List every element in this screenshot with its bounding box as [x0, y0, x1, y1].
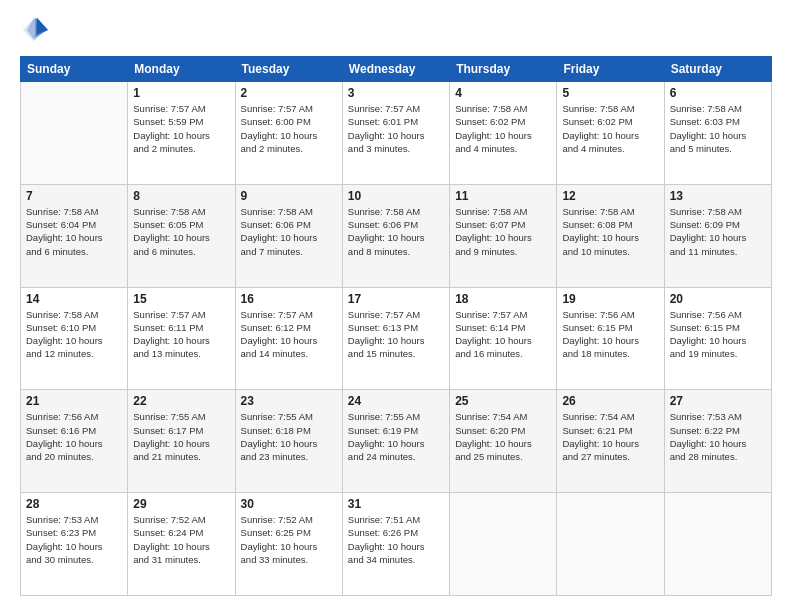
calendar-day-cell: 2Sunrise: 7:57 AMSunset: 6:00 PMDaylight… [235, 82, 342, 185]
header-tuesday: Tuesday [235, 57, 342, 82]
svg-marker-3 [37, 17, 48, 34]
header-sunday: Sunday [21, 57, 128, 82]
day-info: Sunrise: 7:53 AMSunset: 6:22 PMDaylight:… [670, 410, 766, 463]
day-number: 21 [26, 394, 122, 408]
calendar-day-cell: 27Sunrise: 7:53 AMSunset: 6:22 PMDayligh… [664, 390, 771, 493]
calendar-day-cell: 20Sunrise: 7:56 AMSunset: 6:15 PMDayligh… [664, 287, 771, 390]
calendar-day-cell [21, 82, 128, 185]
calendar-header-row: SundayMondayTuesdayWednesdayThursdayFrid… [21, 57, 772, 82]
day-number: 25 [455, 394, 551, 408]
day-number: 13 [670, 189, 766, 203]
day-number: 15 [133, 292, 229, 306]
day-number: 6 [670, 86, 766, 100]
day-number: 4 [455, 86, 551, 100]
day-number: 23 [241, 394, 337, 408]
calendar-day-cell: 19Sunrise: 7:56 AMSunset: 6:15 PMDayligh… [557, 287, 664, 390]
day-info: Sunrise: 7:58 AMSunset: 6:06 PMDaylight:… [348, 205, 444, 258]
calendar-day-cell: 12Sunrise: 7:58 AMSunset: 6:08 PMDayligh… [557, 184, 664, 287]
calendar-day-cell: 1Sunrise: 7:57 AMSunset: 5:59 PMDaylight… [128, 82, 235, 185]
day-info: Sunrise: 7:52 AMSunset: 6:24 PMDaylight:… [133, 513, 229, 566]
calendar-week-row: 14Sunrise: 7:58 AMSunset: 6:10 PMDayligh… [21, 287, 772, 390]
calendar-day-cell: 7Sunrise: 7:58 AMSunset: 6:04 PMDaylight… [21, 184, 128, 287]
day-info: Sunrise: 7:58 AMSunset: 6:10 PMDaylight:… [26, 308, 122, 361]
day-info: Sunrise: 7:58 AMSunset: 6:06 PMDaylight:… [241, 205, 337, 258]
day-info: Sunrise: 7:58 AMSunset: 6:02 PMDaylight:… [455, 102, 551, 155]
header-thursday: Thursday [450, 57, 557, 82]
day-number: 26 [562, 394, 658, 408]
day-number: 18 [455, 292, 551, 306]
day-info: Sunrise: 7:57 AMSunset: 6:14 PMDaylight:… [455, 308, 551, 361]
day-number: 3 [348, 86, 444, 100]
calendar-day-cell: 8Sunrise: 7:58 AMSunset: 6:05 PMDaylight… [128, 184, 235, 287]
calendar-week-row: 28Sunrise: 7:53 AMSunset: 6:23 PMDayligh… [21, 493, 772, 596]
day-info: Sunrise: 7:57 AMSunset: 6:01 PMDaylight:… [348, 102, 444, 155]
day-number: 16 [241, 292, 337, 306]
day-number: 7 [26, 189, 122, 203]
header-wednesday: Wednesday [342, 57, 449, 82]
day-number: 14 [26, 292, 122, 306]
calendar-day-cell: 24Sunrise: 7:55 AMSunset: 6:19 PMDayligh… [342, 390, 449, 493]
day-info: Sunrise: 7:56 AMSunset: 6:15 PMDaylight:… [562, 308, 658, 361]
calendar-day-cell: 23Sunrise: 7:55 AMSunset: 6:18 PMDayligh… [235, 390, 342, 493]
calendar-day-cell: 29Sunrise: 7:52 AMSunset: 6:24 PMDayligh… [128, 493, 235, 596]
calendar-day-cell: 17Sunrise: 7:57 AMSunset: 6:13 PMDayligh… [342, 287, 449, 390]
calendar-day-cell: 30Sunrise: 7:52 AMSunset: 6:25 PMDayligh… [235, 493, 342, 596]
calendar-week-row: 21Sunrise: 7:56 AMSunset: 6:16 PMDayligh… [21, 390, 772, 493]
calendar-day-cell: 26Sunrise: 7:54 AMSunset: 6:21 PMDayligh… [557, 390, 664, 493]
day-info: Sunrise: 7:56 AMSunset: 6:15 PMDaylight:… [670, 308, 766, 361]
day-info: Sunrise: 7:56 AMSunset: 6:16 PMDaylight:… [26, 410, 122, 463]
day-number: 27 [670, 394, 766, 408]
day-number: 1 [133, 86, 229, 100]
day-info: Sunrise: 7:57 AMSunset: 6:12 PMDaylight:… [241, 308, 337, 361]
day-info: Sunrise: 7:57 AMSunset: 6:00 PMDaylight:… [241, 102, 337, 155]
day-number: 22 [133, 394, 229, 408]
calendar-week-row: 1Sunrise: 7:57 AMSunset: 5:59 PMDaylight… [21, 82, 772, 185]
day-number: 31 [348, 497, 444, 511]
header-saturday: Saturday [664, 57, 771, 82]
calendar-day-cell: 25Sunrise: 7:54 AMSunset: 6:20 PMDayligh… [450, 390, 557, 493]
calendar-day-cell: 4Sunrise: 7:58 AMSunset: 6:02 PMDaylight… [450, 82, 557, 185]
calendar-day-cell [664, 493, 771, 596]
day-number: 10 [348, 189, 444, 203]
day-number: 24 [348, 394, 444, 408]
day-info: Sunrise: 7:54 AMSunset: 6:20 PMDaylight:… [455, 410, 551, 463]
day-number: 19 [562, 292, 658, 306]
calendar-day-cell [557, 493, 664, 596]
calendar-day-cell: 11Sunrise: 7:58 AMSunset: 6:07 PMDayligh… [450, 184, 557, 287]
calendar-day-cell: 21Sunrise: 7:56 AMSunset: 6:16 PMDayligh… [21, 390, 128, 493]
header-monday: Monday [128, 57, 235, 82]
day-number: 11 [455, 189, 551, 203]
header [20, 16, 772, 44]
day-info: Sunrise: 7:57 AMSunset: 5:59 PMDaylight:… [133, 102, 229, 155]
calendar-day-cell: 5Sunrise: 7:58 AMSunset: 6:02 PMDaylight… [557, 82, 664, 185]
day-number: 28 [26, 497, 122, 511]
day-info: Sunrise: 7:53 AMSunset: 6:23 PMDaylight:… [26, 513, 122, 566]
calendar-day-cell: 9Sunrise: 7:58 AMSunset: 6:06 PMDaylight… [235, 184, 342, 287]
calendar-day-cell: 13Sunrise: 7:58 AMSunset: 6:09 PMDayligh… [664, 184, 771, 287]
day-info: Sunrise: 7:55 AMSunset: 6:18 PMDaylight:… [241, 410, 337, 463]
calendar-day-cell: 16Sunrise: 7:57 AMSunset: 6:12 PMDayligh… [235, 287, 342, 390]
day-info: Sunrise: 7:58 AMSunset: 6:04 PMDaylight:… [26, 205, 122, 258]
day-info: Sunrise: 7:58 AMSunset: 6:09 PMDaylight:… [670, 205, 766, 258]
header-friday: Friday [557, 57, 664, 82]
day-number: 5 [562, 86, 658, 100]
calendar-day-cell: 3Sunrise: 7:57 AMSunset: 6:01 PMDaylight… [342, 82, 449, 185]
calendar-week-row: 7Sunrise: 7:58 AMSunset: 6:04 PMDaylight… [21, 184, 772, 287]
calendar-day-cell: 14Sunrise: 7:58 AMSunset: 6:10 PMDayligh… [21, 287, 128, 390]
calendar-day-cell: 31Sunrise: 7:51 AMSunset: 6:26 PMDayligh… [342, 493, 449, 596]
day-number: 2 [241, 86, 337, 100]
calendar-day-cell: 28Sunrise: 7:53 AMSunset: 6:23 PMDayligh… [21, 493, 128, 596]
day-info: Sunrise: 7:55 AMSunset: 6:17 PMDaylight:… [133, 410, 229, 463]
day-info: Sunrise: 7:52 AMSunset: 6:25 PMDaylight:… [241, 513, 337, 566]
calendar-day-cell: 10Sunrise: 7:58 AMSunset: 6:06 PMDayligh… [342, 184, 449, 287]
day-info: Sunrise: 7:58 AMSunset: 6:05 PMDaylight:… [133, 205, 229, 258]
calendar: SundayMondayTuesdayWednesdayThursdayFrid… [20, 56, 772, 596]
page: SundayMondayTuesdayWednesdayThursdayFrid… [0, 0, 792, 612]
logo [20, 16, 52, 44]
day-info: Sunrise: 7:58 AMSunset: 6:02 PMDaylight:… [562, 102, 658, 155]
calendar-day-cell: 15Sunrise: 7:57 AMSunset: 6:11 PMDayligh… [128, 287, 235, 390]
day-number: 8 [133, 189, 229, 203]
day-info: Sunrise: 7:58 AMSunset: 6:07 PMDaylight:… [455, 205, 551, 258]
day-info: Sunrise: 7:54 AMSunset: 6:21 PMDaylight:… [562, 410, 658, 463]
day-info: Sunrise: 7:57 AMSunset: 6:13 PMDaylight:… [348, 308, 444, 361]
